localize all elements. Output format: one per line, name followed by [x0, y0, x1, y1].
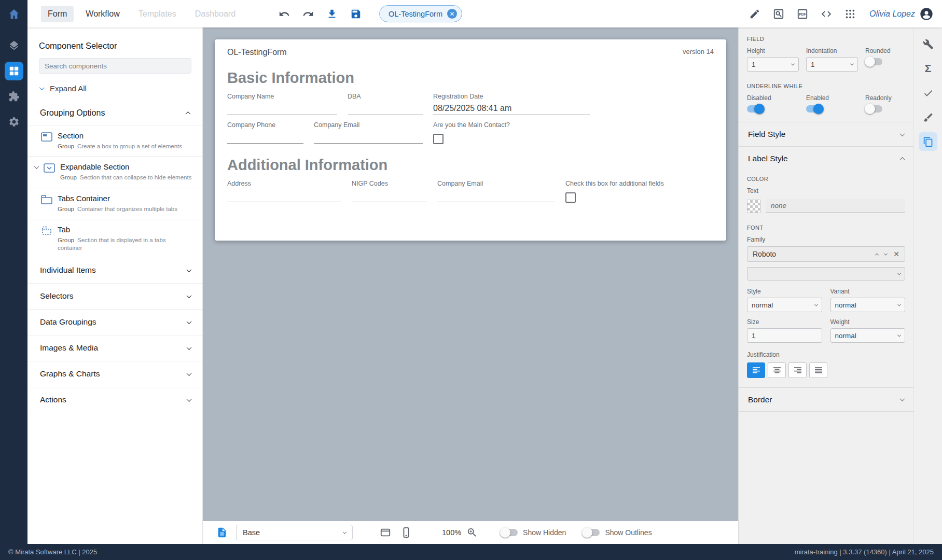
components-button[interactable] [5, 62, 23, 80]
field-nigp-codes[interactable]: NIGP Codes [352, 180, 427, 203]
border-label: Border [748, 395, 772, 404]
zoom-in-icon[interactable] [466, 527, 478, 538]
field-input[interactable] [314, 130, 423, 144]
font-variant-select[interactable]: normal [830, 298, 906, 312]
field-main-contact[interactable]: Are you the Main Contact? [433, 121, 510, 144]
style-label: Style [747, 288, 822, 295]
label-style-header[interactable]: Label Style [739, 146, 913, 171]
desktop-view-icon[interactable] [380, 527, 391, 538]
field-label: Company Name [227, 93, 337, 101]
home-button[interactable] [0, 0, 27, 27]
preview-search-button[interactable] [772, 7, 785, 21]
clear-icon[interactable]: ✕ [893, 250, 899, 258]
color-title: COLOR [747, 176, 905, 182]
field-input[interactable] [352, 188, 427, 202]
disabled-toggle[interactable] [747, 105, 764, 113]
sidebar-section-graphs-charts[interactable]: Graphs & Charts [27, 361, 202, 387]
undo-button[interactable] [278, 7, 291, 21]
field-additional-checkbox[interactable]: Check this box for additional fields [565, 180, 664, 203]
font-weight-select[interactable]: normal [830, 328, 906, 343]
field-input[interactable] [348, 101, 423, 115]
extensions-button[interactable] [5, 87, 23, 106]
field-style-label: Field Style [748, 130, 785, 139]
download-button[interactable] [325, 7, 339, 21]
tools-button[interactable] [919, 35, 937, 53]
form-preview-card[interactable]: OL-TestingForm version 14 Basic Informat… [215, 39, 726, 241]
font-style-select[interactable]: normal [747, 298, 822, 312]
field-input[interactable] [437, 188, 555, 202]
component-item-section[interactable]: Section GroupCreate a box to group a set… [27, 125, 202, 156]
close-icon[interactable]: ✕ [447, 9, 457, 19]
show-hidden-toggle[interactable] [501, 529, 518, 536]
sidebar-section-selectors[interactable]: Selectors [27, 284, 202, 310]
color-swatch[interactable] [747, 200, 760, 213]
rounded-toggle[interactable] [865, 58, 882, 65]
edit-button[interactable] [748, 7, 761, 21]
apps-button[interactable] [843, 7, 857, 21]
mobile-view-icon[interactable] [400, 527, 412, 538]
chevron-down-icon [187, 345, 192, 350]
justify-left-button[interactable] [747, 362, 765, 378]
field-registration-date[interactable]: Registration Date 08/25/2025 08:41 am [433, 93, 590, 115]
sidebar-section-individual-items[interactable]: Individual Items [27, 258, 202, 284]
field-company-phone[interactable]: Company Phone [227, 121, 303, 144]
save-button[interactable] [349, 7, 363, 21]
canvas-area[interactable]: OL-TestingForm version 14 Basic Informat… [203, 27, 738, 521]
indentation-select[interactable]: 1 [806, 57, 858, 72]
component-item-tab[interactable]: Tab GroupSection that is displayed in a … [27, 219, 202, 258]
checkbox[interactable] [433, 134, 444, 144]
search-input[interactable] [39, 58, 191, 74]
height-select[interactable]: 1 [747, 57, 799, 72]
justify-center-button[interactable] [768, 362, 786, 378]
styles-button[interactable] [919, 132, 937, 151]
field-input[interactable] [227, 101, 337, 115]
open-form-chip[interactable]: OL-TestingForm ✕ [379, 5, 462, 22]
validation-button[interactable] [919, 83, 937, 102]
field-input[interactable] [227, 130, 303, 144]
font-size-input[interactable]: 1 [747, 328, 822, 343]
field-company-email-2[interactable]: Company Email [437, 180, 555, 203]
tab-form[interactable]: Form [41, 6, 74, 22]
chevron-up-icon[interactable] [875, 253, 879, 257]
border-header[interactable]: Border [739, 387, 913, 412]
redo-button[interactable] [301, 7, 315, 21]
home-icon [8, 8, 20, 20]
checkbox[interactable] [565, 192, 576, 203]
expand-all-button[interactable]: Expand All [27, 74, 202, 101]
chevron-down-icon[interactable] [34, 164, 39, 170]
field-dba[interactable]: DBA [348, 93, 423, 115]
field-address[interactable]: Address [227, 180, 341, 203]
sidebar-section-actions[interactable]: Actions [27, 387, 202, 413]
panel-title: Component Selector [27, 27, 202, 58]
account-button[interactable] [919, 7, 934, 21]
enabled-toggle[interactable] [806, 105, 823, 113]
readonly-toggle[interactable] [865, 105, 882, 113]
justify-right-button[interactable] [788, 362, 807, 378]
sidebar-section-data-groupings[interactable]: Data Groupings [27, 310, 202, 335]
code-button[interactable] [820, 7, 833, 21]
field-input[interactable] [227, 188, 341, 202]
pdf-button[interactable]: PDF [796, 7, 809, 21]
formulas-button[interactable]: Σ [919, 59, 937, 78]
tab-workflow[interactable]: Workflow [79, 6, 127, 22]
avatar-icon [919, 7, 934, 21]
base-view-select[interactable]: Base [236, 525, 353, 540]
component-item-expandable-section[interactable]: Expandable Section GroupSection that can… [27, 156, 202, 187]
component-item-tabs-container[interactable]: Tabs Container GroupContainer that organ… [27, 188, 202, 219]
brush-button[interactable] [919, 108, 937, 127]
grouping-options-header[interactable]: Grouping Options [27, 101, 202, 125]
chevron-down-icon[interactable] [884, 251, 888, 255]
field-company-email[interactable]: Company Email [314, 121, 423, 144]
font-secondary-select[interactable] [747, 267, 905, 281]
justify-full-button[interactable] [809, 362, 827, 378]
sidebar-section-images-media[interactable]: Images & Media [27, 335, 202, 361]
show-outlines-toggle[interactable] [583, 529, 600, 536]
font-family-combo[interactable]: Roboto ✕ [747, 246, 905, 262]
field-style-header[interactable]: Field Style [739, 122, 913, 146]
redo-icon [302, 8, 314, 20]
text-color-input[interactable] [766, 199, 905, 213]
field-input[interactable]: 08/25/2025 08:41 am [433, 101, 590, 115]
layers-button[interactable] [5, 36, 23, 55]
field-company-name[interactable]: Company Name [227, 93, 337, 115]
settings-button[interactable] [5, 113, 23, 131]
